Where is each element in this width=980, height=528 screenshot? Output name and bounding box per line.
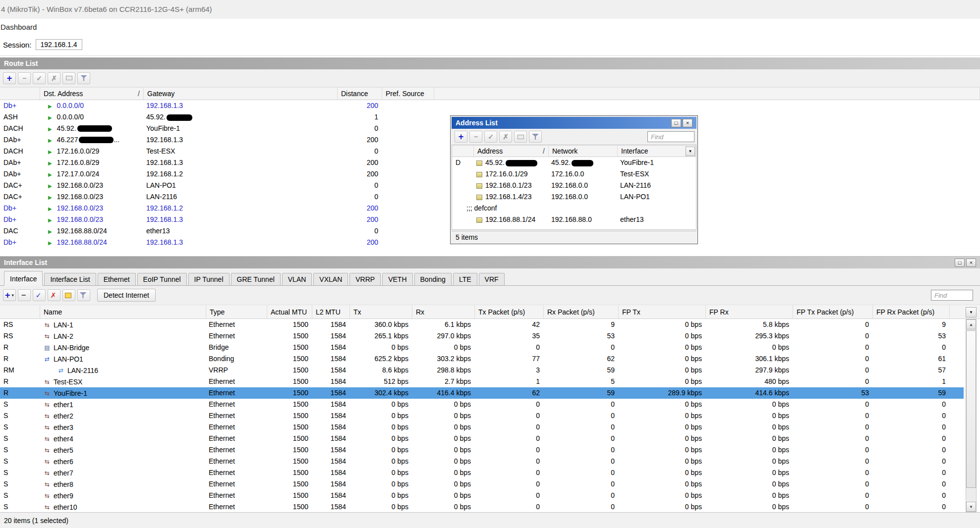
filter-button[interactable] — [77, 72, 90, 84]
find-input[interactable] — [931, 290, 973, 301]
tab-vrf[interactable]: VRF — [479, 273, 505, 285]
maximize-button[interactable]: □ — [671, 119, 681, 127]
interface-row[interactable]: S ether10 Ethernet 1500 1584 0 bps 0 bps… — [0, 501, 964, 512]
scroll-up-icon[interactable]: ▲ — [966, 319, 976, 329]
fp-tx-packet: 0 — [793, 467, 873, 478]
tab-lte[interactable]: LTE — [453, 273, 477, 285]
interface-row[interactable]: S ether4 Ethernet 1500 1584 0 bps 0 bps … — [0, 433, 964, 444]
tab-ip-tunnel[interactable]: IP Tunnel — [188, 273, 230, 285]
filter-button[interactable] — [77, 289, 90, 301]
remove-button[interactable]: − — [18, 289, 31, 301]
address-row[interactable]: 192.168.88.1/24 192.168.88.0 ether13 — [452, 214, 696, 225]
address-row[interactable]: D 45.92. 45.92. YouFibre-1 — [452, 157, 696, 168]
add-button[interactable]: +▾ — [3, 289, 16, 301]
l2-mtu: 1584 — [312, 319, 350, 330]
tab-gre-tunnel[interactable]: GRE Tunnel — [231, 273, 281, 285]
address-row[interactable]: 192.168.1.4/23 192.168.0.0 LAN-PO1 — [452, 191, 696, 203]
interface-row[interactable]: RS LAN-2 Ethernet 1500 1584 265.1 kbps 2… — [0, 330, 964, 342]
column-address[interactable]: Address / — [474, 146, 549, 157]
interface-row[interactable]: S ether7 Ethernet 1500 1584 0 bps 0 bps … — [0, 467, 964, 478]
address-row[interactable]: 172.16.0.1/29 172.16.0.0 Test-ESX — [452, 168, 696, 180]
interface-row[interactable]: RS LAN-1 Ethernet 1500 1584 360.0 kbps 6… — [0, 319, 964, 330]
interface-row[interactable]: S ether8 Ethernet 1500 1584 0 bps 0 bps … — [0, 478, 964, 490]
column-dst-address[interactable]: Dst. Address / — [40, 88, 144, 100]
tab-ethernet[interactable]: Ethernet — [98, 273, 136, 285]
interface-row[interactable]: S ether9 Ethernet 1500 1584 0 bps 0 bps … — [0, 490, 964, 501]
route-row[interactable]: Db+ 0.0.0.0/0 192.168.1.3 200 — [0, 100, 980, 111]
scrollbar-track[interactable] — [966, 329, 976, 502]
tab-eoip-tunnel[interactable]: EoIP Tunnel — [137, 273, 187, 285]
column-header[interactable]: Tx — [350, 305, 412, 318]
column-pref-source[interactable]: Pref. Source — [382, 88, 434, 100]
tab-vlan[interactable]: VLAN — [282, 273, 312, 285]
column-header[interactable]: Rx — [412, 305, 475, 318]
rx-rate: 2.7 kbps — [412, 376, 475, 387]
column-header[interactable]: FP Rx Packet (p/s) — [873, 305, 950, 318]
remove-button[interactable]: − — [18, 72, 31, 84]
address-list-titlebar[interactable]: Address List □ × — [452, 117, 696, 129]
column-menu-button[interactable]: ▼ — [966, 307, 977, 317]
remove-button[interactable]: − — [469, 131, 482, 143]
column-menu-button[interactable]: ▼ — [686, 147, 695, 156]
enable-button[interactable]: ✓ — [484, 131, 497, 143]
add-button[interactable]: + — [455, 131, 467, 143]
tab-veth[interactable]: VETH — [382, 273, 412, 285]
interface-row[interactable]: R YouFibre-1 Ethernet 1500 1584 302.4 kb… — [0, 387, 964, 399]
column-header[interactable]: FP Tx — [619, 305, 706, 318]
column-header[interactable]: FP Rx — [706, 305, 793, 318]
fp-rx: 480 bps — [706, 376, 793, 387]
column-header[interactable]: Rx Packet (p/s) — [544, 305, 619, 318]
detect-internet-button[interactable]: Detect Internet — [97, 289, 156, 302]
scroll-down-icon[interactable]: ▼ — [966, 502, 976, 512]
interface-row[interactable]: R Test-ESX Ethernet 1500 1584 512 bps 2.… — [0, 376, 964, 387]
tab-vrrp[interactable]: VRRP — [349, 273, 381, 285]
interface-list-titlebar[interactable]: Interface List □ × — [0, 257, 980, 268]
column-flags[interactable] — [452, 146, 474, 157]
tab-vxlan[interactable]: VXLAN — [313, 273, 348, 285]
tab-bonding[interactable]: Bonding — [414, 273, 452, 285]
interface-row[interactable]: S ether3 Ethernet 1500 1584 0 bps 0 bps … — [0, 422, 964, 433]
interface-row[interactable]: R LAN-PO1 Bonding 1500 1584 625.2 kbps 3… — [0, 353, 964, 365]
address-row[interactable]: 192.168.0.1/23 192.168.0.0 LAN-2116 — [452, 180, 696, 191]
column-header[interactable]: FP Tx Packet (p/s) — [793, 305, 873, 318]
comment-button[interactable] — [62, 72, 75, 84]
column-interface[interactable]: Interface — [618, 146, 687, 157]
tab-interface[interactable]: Interface — [4, 271, 43, 286]
column-header[interactable]: Type — [206, 305, 267, 318]
interface-row[interactable]: S ether2 Ethernet 1500 1584 0 bps 0 bps … — [0, 410, 964, 422]
comment-button[interactable] — [62, 289, 75, 301]
column-distance[interactable]: Distance — [338, 88, 382, 100]
comment-button[interactable] — [514, 131, 527, 143]
maximize-button[interactable]: □ — [955, 259, 965, 267]
route-active-icon — [48, 160, 52, 166]
close-button[interactable]: × — [683, 119, 692, 127]
close-button[interactable]: × — [966, 259, 976, 267]
interface-row[interactable]: RM LAN-2116 VRRP 1500 1584 8.6 kbps 298.… — [0, 365, 964, 376]
tab-interface-list[interactable]: Interface List — [44, 273, 96, 285]
add-button[interactable]: + — [3, 72, 16, 84]
route-list-titlebar[interactable]: Route List — [0, 57, 980, 69]
column-network[interactable]: Network — [549, 146, 618, 157]
disable-button[interactable]: ✗ — [48, 289, 60, 301]
column-flags[interactable] — [0, 88, 40, 100]
disable-button[interactable]: ✗ — [499, 131, 512, 143]
enable-button[interactable]: ✓ — [33, 72, 46, 84]
vertical-scrollbar[interactable]: ▲ ▼ — [966, 319, 977, 512]
find-input[interactable] — [647, 131, 694, 142]
column-header[interactable]: Tx Packet (p/s) — [475, 305, 544, 318]
scrollbar-thumb[interactable] — [966, 330, 976, 488]
column-header[interactable]: Actual MTU — [267, 305, 312, 318]
interface-row[interactable]: S ether6 Ethernet 1500 1584 0 bps 0 bps … — [0, 456, 964, 467]
column-gateway[interactable]: Gateway — [144, 88, 338, 100]
column-header[interactable]: L2 MTU — [312, 305, 350, 318]
enable-button[interactable]: ✓ — [33, 289, 46, 301]
interface-row[interactable]: S ether5 Ethernet 1500 1584 0 bps 0 bps … — [0, 444, 964, 456]
address-row[interactable]: ;;; defconf — [452, 203, 696, 214]
session-selector[interactable]: 192.168.1.4 — [36, 39, 82, 50]
column-header[interactable] — [0, 305, 40, 318]
column-header[interactable]: Name — [40, 305, 206, 318]
disable-button[interactable]: ✗ — [48, 72, 60, 84]
interface-row[interactable]: R LAN-Bridge Bridge 1500 1584 0 bps 0 bp… — [0, 342, 964, 353]
filter-button[interactable] — [529, 131, 542, 143]
interface-row[interactable]: S ether1 Ethernet 1500 1584 0 bps 0 bps … — [0, 399, 964, 410]
